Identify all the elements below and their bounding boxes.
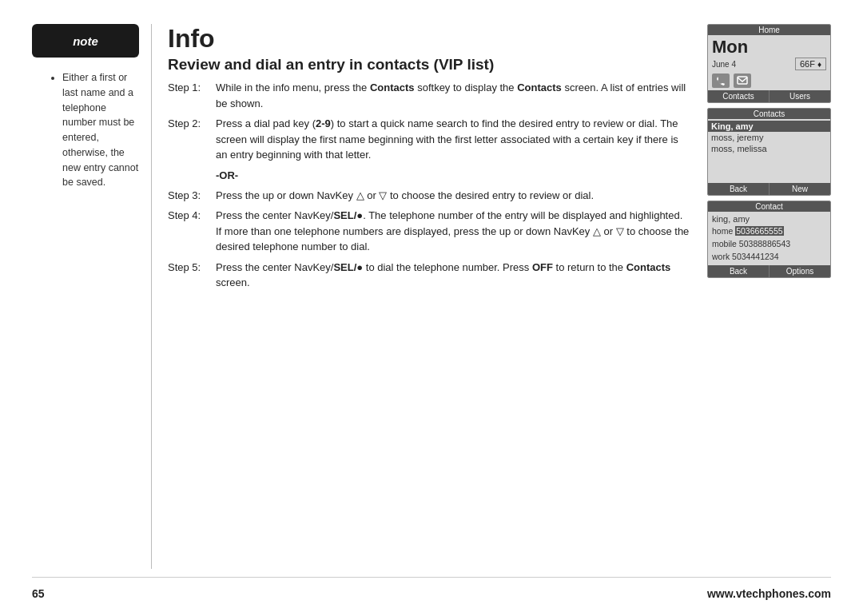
step-4-text: Press the center NavKey/SEL/●. The telep… — [216, 208, 691, 255]
step-2: Step 2: Press a dial pad key (2-9) to st… — [168, 116, 691, 163]
screen2-footer: Back New — [708, 183, 830, 195]
step-1-label: Step 1: — [168, 80, 209, 111]
screen3-work-row: work 5034441234 — [712, 251, 826, 264]
step-5-label: Step 5: — [168, 260, 209, 291]
message-icon — [734, 74, 751, 88]
step-3-label: Step 3: — [168, 188, 209, 204]
main-row: note Either a first or last name and a t… — [32, 24, 831, 569]
screen3-btn-options[interactable]: Options — [770, 265, 830, 277]
phone-screens-col: Home Mon June 4 66F ♦ — [707, 24, 831, 569]
left-note-col: note Either a first or last name and a t… — [32, 24, 152, 569]
screen2-btn-back[interactable]: Back — [708, 183, 770, 195]
screen1-date: June 4 — [712, 60, 736, 69]
screen1-temp-box: 66F ♦ — [795, 58, 826, 70]
step-2-label: Step 2: — [168, 116, 209, 163]
screen3-work-number[interactable]: 5034441234 — [732, 252, 778, 261]
step-4: Step 4: Press the center NavKey/SEL/●. T… — [168, 208, 691, 255]
section-heading: Review and dial an entry in contacts (VI… — [168, 56, 691, 74]
contact-item-0[interactable]: King, amy — [708, 121, 830, 132]
step-4-label: Step 4: — [168, 208, 209, 255]
screen1-temp-icon: ♦ — [817, 60, 821, 69]
step-5-text: Press the center NavKey/SEL/● to dial th… — [216, 260, 691, 291]
step-3: Step 3: Press the up or down NavKey △ or… — [168, 188, 691, 204]
screen1-body: Mon June 4 66F ♦ — [708, 35, 830, 90]
right-content-col: Info Review and dial an entry in contact… — [152, 24, 691, 569]
website: www.vtechphones.com — [707, 587, 831, 600]
svg-rect-0 — [738, 77, 747, 84]
page: note Either a first or last name and a t… — [0, 0, 863, 616]
or-separator: -OR- — [216, 169, 691, 181]
screen3-home-number[interactable]: 5036665555 — [735, 226, 783, 236]
screen2-list: King, amy moss, jeremy moss, melissa — [708, 119, 830, 183]
screen2-btn-new[interactable]: New — [770, 183, 830, 195]
screen1-day: Mon — [712, 38, 826, 57]
two-col: note Either a first or last name and a t… — [32, 24, 691, 569]
step-3-text: Press the up or down NavKey △ or ▽ to ch… — [216, 188, 594, 204]
screen1-header: Home — [708, 25, 830, 35]
screen3-home-row: home 5036665555 — [712, 225, 826, 238]
screen1: Home Mon June 4 66F ♦ — [707, 24, 831, 103]
screen1-icons — [712, 74, 826, 88]
screen3: Contact king, amy home 5036665555 mobile… — [707, 201, 831, 278]
bullet-section: Either a first or last name and a teleph… — [40, 70, 139, 190]
step-1-text: While in the info menu, press the Contac… — [216, 80, 691, 111]
page-number: 65 — [32, 587, 45, 600]
screen3-body: king, amy home 5036665555 mobile 5038888… — [708, 212, 830, 265]
step-5: Step 5: Press the center NavKey/SEL/● to… — [168, 260, 691, 291]
screen3-name: king, amy — [712, 214, 826, 224]
note-label: note — [73, 34, 98, 48]
step-2-text: Press a dial pad key (2-9) to start a qu… — [216, 116, 691, 163]
screen2: Contacts King, amy moss, jeremy moss, me… — [707, 108, 831, 196]
contact-item-1[interactable]: moss, jeremy — [711, 132, 827, 143]
screen3-mobile-row: mobile 50388886543 — [712, 238, 826, 251]
screen2-header: Contacts — [708, 109, 830, 119]
steps: Step 1: While in the info menu, press th… — [168, 80, 691, 291]
step-1: Step 1: While in the info menu, press th… — [168, 80, 691, 111]
screen1-btn-users[interactable]: Users — [770, 90, 830, 102]
note-box: note — [32, 24, 139, 58]
screen1-info-row: June 4 66F ♦ — [712, 58, 826, 70]
contact-item-2[interactable]: moss, melissa — [711, 143, 827, 154]
screen3-btn-back[interactable]: Back — [708, 265, 770, 277]
screen1-temp: 66F — [800, 59, 815, 69]
screen3-footer: Back Options — [708, 265, 830, 277]
screen1-btn-contacts[interactable]: Contacts — [708, 90, 770, 102]
bullet-item: Either a first or last name and a teleph… — [62, 70, 139, 190]
screen1-footer: Contacts Users — [708, 90, 830, 102]
phone-icon — [712, 74, 730, 88]
page-title: Info — [168, 24, 691, 51]
screen3-header: Contact — [708, 201, 830, 212]
page-footer: 65 www.vtechphones.com — [32, 577, 831, 600]
screen3-mobile-number[interactable]: 50388886543 — [739, 239, 790, 248]
